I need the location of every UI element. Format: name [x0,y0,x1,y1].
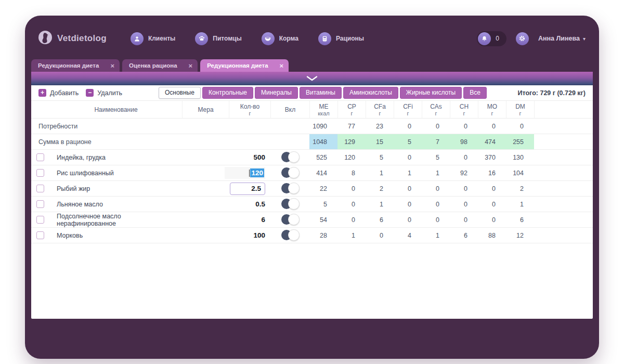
quantity-value[interactable]: 100 [253,231,265,239]
include-toggle[interactable] [281,230,299,241]
quantity-input[interactable]: 120 [225,167,265,179]
column-label: Вкл [271,106,309,113]
nav-item-rations[interactable]: Рационы [318,32,364,45]
notifications-button[interactable]: 0 [477,31,506,46]
nav-item-label: Корма [279,35,298,42]
row-checkbox[interactable] [36,169,44,177]
delete-button[interactable]: − Удалить [86,89,122,97]
value-cell: 12 [506,228,534,243]
ingredient-row: Морковь10028104168812 [31,228,593,243]
value-cell: 1 [422,165,450,180]
tab-0[interactable]: Редукционная диета× [31,59,120,72]
needs-value-cell: 0 [394,119,422,134]
value-cell: 5 [309,197,337,212]
include-toggle[interactable] [281,167,299,178]
value-cell: 2 [366,181,394,196]
value-cell: 0 [450,181,478,196]
row-checkbox[interactable] [36,200,44,208]
add-button[interactable]: + Добавить [38,89,79,97]
column-unit: г [506,110,534,116]
quantity-input[interactable]: 2.5 [230,183,265,195]
value-cell: 0 [394,181,422,196]
column-header: MOг [478,101,506,118]
tabs-bar: Редукционная диета×Оценка рациона×Редукц… [31,59,593,72]
column-unit: г [450,110,478,116]
quantity-value[interactable]: 500 [253,153,265,161]
top-bar: Vetdietolog КлиентыПитомцыКормаРационы 0 [25,16,599,57]
value-cell: 0 [394,197,422,212]
sum-label: Сумма в рационе [31,134,182,149]
ingredient-name: Льняное масло [50,197,182,212]
brand-name: Vetdietolog [57,33,107,44]
sum-value-cell: 255 [506,134,534,149]
column-header: CFaг [366,101,394,118]
value-cell: 5 [422,150,450,165]
brand[interactable]: Vetdietolog [38,31,107,46]
row-sum: Сумма в рационе1048129155798474255 [31,134,593,150]
value-cell: 92 [450,165,478,180]
filter-button-1[interactable]: Контрольные [202,87,253,99]
filter-button-6[interactable]: Все [463,87,487,99]
row-checkbox[interactable] [36,216,44,224]
value-cell: 4 [394,228,422,243]
column-label: Мера [183,106,229,113]
value-cell: 120 [337,150,366,165]
gear-icon[interactable] [516,32,529,45]
close-icon[interactable]: × [280,62,284,69]
value-cell: 104 [506,165,534,180]
value-cell: 0 [478,181,506,196]
include-toggle[interactable] [281,183,299,194]
value-cell: 16 [478,165,506,180]
close-icon[interactable]: × [189,62,193,69]
sum-value-cell: 7 [422,134,450,149]
user-menu[interactable]: Анна Линева ▾ [538,35,586,42]
include-toggle[interactable] [281,152,299,163]
close-icon[interactable]: × [110,62,114,69]
nutrient-filters: ОсновныеКонтрольныеМинералыВитаминыАмино… [159,87,487,99]
sum-value-cell: 98 [450,134,478,149]
column-header: Кол-вог [229,101,270,118]
delete-button-label: Удалить [97,89,122,97]
tab-2[interactable]: Редукционная диета× [200,59,289,72]
collapse-bar[interactable] [31,72,593,85]
value-cell: 5 [366,150,394,165]
column-header: Наименование [50,101,182,118]
filter-button-0[interactable]: Основные [159,87,201,99]
quantity-value: 120 [250,168,264,177]
nav-item-clients[interactable]: Клиенты [131,32,175,45]
column-header: CPг [337,101,366,118]
total-weight: Итого: 729 г (0.729 кг) [518,89,586,97]
column-header: CHг [450,101,478,118]
nav-item-feeds[interactable]: Корма [262,32,298,45]
needs-value-cell: 0 [478,119,506,134]
value-cell: 0 [450,197,478,212]
filter-button-3[interactable]: Витамины [300,87,342,99]
main-nav: КлиентыПитомцыКормаРационы [131,32,364,45]
row-checkbox[interactable] [36,185,44,192]
column-header: CFiг [394,101,422,118]
include-toggle[interactable] [281,214,299,225]
calculator-icon [318,32,331,45]
add-button-label: Добавить [50,89,79,97]
quantity-value[interactable]: 6 [261,216,265,224]
row-checkbox[interactable] [36,153,44,161]
nav-item-pets[interactable]: Питомцы [195,32,241,45]
topbar-right: 0 Анна Линева ▾ [477,31,586,46]
quantity-value: 2.5 [251,185,261,192]
filter-button-5[interactable]: Жирные кислоты [400,87,462,99]
filter-button-4[interactable]: Аминокислоты [343,87,398,99]
filter-button-2[interactable]: Минералы [255,87,298,99]
column-unit: г [422,110,450,116]
column-header: DMг [506,101,534,118]
column-label: MO [478,103,506,110]
row-checkbox[interactable] [36,231,44,239]
include-toggle[interactable] [281,199,299,210]
ingredient-name: Индейка, грудка [50,150,182,165]
tab-1[interactable]: Оценка рациона× [122,59,198,72]
column-label: CFi [394,103,422,110]
column-unit: г [229,110,270,116]
clients-icon [131,32,144,45]
ingredient-row: Индейка, грудка5005251205050370130 [31,150,593,165]
quantity-value[interactable]: 0.5 [255,200,265,208]
notifications-count: 0 [496,35,499,42]
